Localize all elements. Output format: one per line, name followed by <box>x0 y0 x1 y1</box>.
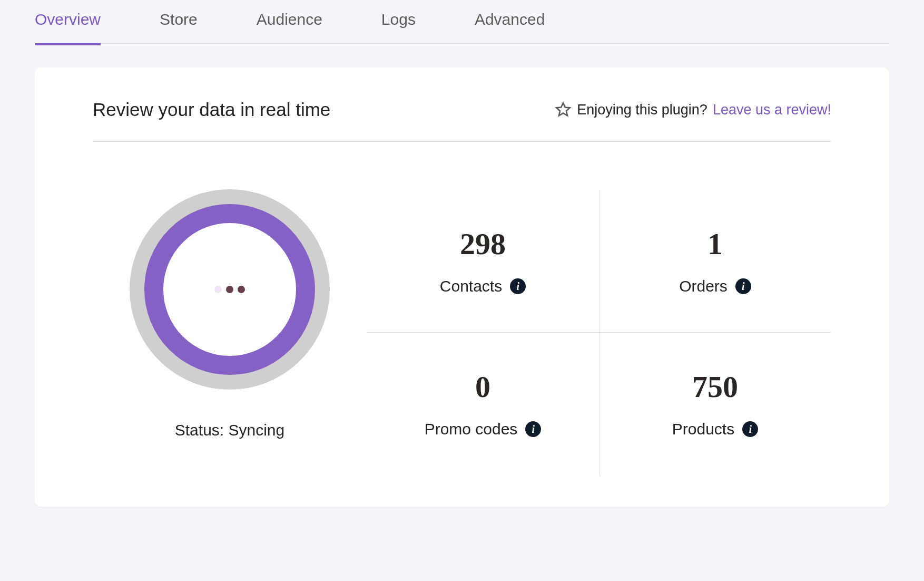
card-title: Review your data in real time <box>93 99 330 120</box>
sync-spinner <box>130 189 330 390</box>
info-icon[interactable]: i <box>525 421 541 437</box>
stat-products: 750 Products i <box>599 332 831 475</box>
info-icon[interactable]: i <box>510 278 526 294</box>
review-block: Enjoying this plugin? Leave us a review! <box>555 101 831 118</box>
sync-status-column: Status: Syncing <box>93 189 367 439</box>
stat-promo-codes-value: 0 <box>475 369 490 404</box>
review-prompt: Enjoying this plugin? <box>577 102 707 118</box>
stat-products-value: 750 <box>692 369 738 404</box>
stat-orders-value: 1 <box>707 226 723 262</box>
stat-orders: 1 Orders i <box>599 189 831 332</box>
stat-orders-label: Orders <box>679 277 728 295</box>
overview-card: Review your data in real time Enjoying t… <box>35 67 889 507</box>
tab-store[interactable]: Store <box>160 11 198 43</box>
stats-grid: 298 Contacts i 1 Orders i 0 <box>367 189 831 475</box>
stat-contacts-value: 298 <box>460 226 506 262</box>
tab-audience[interactable]: Audience <box>257 11 322 43</box>
tab-overview[interactable]: Overview <box>35 11 101 45</box>
stat-promo-codes-label: Promo codes <box>425 420 518 438</box>
info-icon[interactable]: i <box>735 278 751 294</box>
content-row: Status: Syncing 298 Contacts i 1 Orders <box>93 189 831 475</box>
stat-contacts: 298 Contacts i <box>367 189 599 332</box>
card-header: Review your data in real time Enjoying t… <box>93 99 831 142</box>
stat-products-label: Products <box>672 420 734 438</box>
tab-logs[interactable]: Logs <box>381 11 416 43</box>
stat-promo-codes: 0 Promo codes i <box>367 332 599 475</box>
sync-status-text: Status: Syncing <box>175 421 284 439</box>
review-link[interactable]: Leave us a review! <box>713 102 831 118</box>
tab-advanced[interactable]: Advanced <box>475 11 545 43</box>
grid-divider-horizontal <box>367 332 831 333</box>
spinner-dots-icon <box>214 286 245 293</box>
stat-contacts-label: Contacts <box>440 277 502 295</box>
star-icon <box>555 101 572 118</box>
info-icon[interactable]: i <box>742 421 758 437</box>
tab-nav: Overview Store Audience Logs Advanced <box>35 0 889 44</box>
